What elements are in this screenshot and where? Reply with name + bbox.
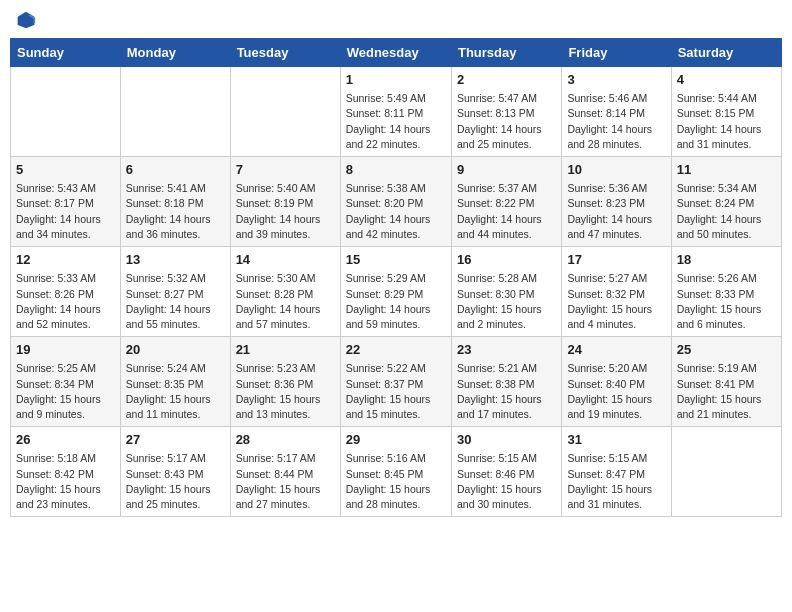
day-info: Sunrise: 5:32 AM Sunset: 8:27 PM Dayligh… [126,271,225,332]
day-info: Sunrise: 5:37 AM Sunset: 8:22 PM Dayligh… [457,181,556,242]
day-number: 19 [16,341,115,359]
day-number: 25 [677,341,776,359]
calendar-week-row: 19Sunrise: 5:25 AM Sunset: 8:34 PM Dayli… [11,337,782,427]
day-number: 17 [567,251,665,269]
day-info: Sunrise: 5:24 AM Sunset: 8:35 PM Dayligh… [126,361,225,422]
day-info: Sunrise: 5:41 AM Sunset: 8:18 PM Dayligh… [126,181,225,242]
calendar-cell: 31Sunrise: 5:15 AM Sunset: 8:47 PM Dayli… [562,427,671,517]
calendar-cell [11,67,121,157]
day-number: 9 [457,161,556,179]
calendar-cell [230,67,340,157]
calendar-cell: 13Sunrise: 5:32 AM Sunset: 8:27 PM Dayli… [120,247,230,337]
day-info: Sunrise: 5:38 AM Sunset: 8:20 PM Dayligh… [346,181,446,242]
day-info: Sunrise: 5:33 AM Sunset: 8:26 PM Dayligh… [16,271,115,332]
calendar-cell: 28Sunrise: 5:17 AM Sunset: 8:44 PM Dayli… [230,427,340,517]
calendar-cell: 19Sunrise: 5:25 AM Sunset: 8:34 PM Dayli… [11,337,121,427]
day-number: 26 [16,431,115,449]
day-info: Sunrise: 5:29 AM Sunset: 8:29 PM Dayligh… [346,271,446,332]
day-number: 30 [457,431,556,449]
day-number: 12 [16,251,115,269]
day-info: Sunrise: 5:17 AM Sunset: 8:43 PM Dayligh… [126,451,225,512]
day-info: Sunrise: 5:30 AM Sunset: 8:28 PM Dayligh… [236,271,335,332]
day-info: Sunrise: 5:36 AM Sunset: 8:23 PM Dayligh… [567,181,665,242]
weekday-header-monday: Monday [120,39,230,67]
page-header [10,10,782,30]
calendar-cell: 25Sunrise: 5:19 AM Sunset: 8:41 PM Dayli… [671,337,781,427]
weekday-header-thursday: Thursday [451,39,561,67]
day-number: 16 [457,251,556,269]
day-info: Sunrise: 5:22 AM Sunset: 8:37 PM Dayligh… [346,361,446,422]
calendar-cell: 30Sunrise: 5:15 AM Sunset: 8:46 PM Dayli… [451,427,561,517]
logo-icon [16,10,36,30]
calendar-cell: 14Sunrise: 5:30 AM Sunset: 8:28 PM Dayli… [230,247,340,337]
calendar-week-row: 1Sunrise: 5:49 AM Sunset: 8:11 PM Daylig… [11,67,782,157]
calendar-cell [120,67,230,157]
day-number: 31 [567,431,665,449]
calendar-cell: 24Sunrise: 5:20 AM Sunset: 8:40 PM Dayli… [562,337,671,427]
day-info: Sunrise: 5:28 AM Sunset: 8:30 PM Dayligh… [457,271,556,332]
calendar-table: SundayMondayTuesdayWednesdayThursdayFrid… [10,38,782,517]
day-number: 21 [236,341,335,359]
day-info: Sunrise: 5:17 AM Sunset: 8:44 PM Dayligh… [236,451,335,512]
day-info: Sunrise: 5:19 AM Sunset: 8:41 PM Dayligh… [677,361,776,422]
day-number: 13 [126,251,225,269]
weekday-header-friday: Friday [562,39,671,67]
calendar-cell: 7Sunrise: 5:40 AM Sunset: 8:19 PM Daylig… [230,157,340,247]
day-number: 4 [677,71,776,89]
calendar-cell: 12Sunrise: 5:33 AM Sunset: 8:26 PM Dayli… [11,247,121,337]
day-info: Sunrise: 5:15 AM Sunset: 8:47 PM Dayligh… [567,451,665,512]
day-info: Sunrise: 5:46 AM Sunset: 8:14 PM Dayligh… [567,91,665,152]
day-number: 29 [346,431,446,449]
calendar-cell: 10Sunrise: 5:36 AM Sunset: 8:23 PM Dayli… [562,157,671,247]
day-number: 15 [346,251,446,269]
day-number: 6 [126,161,225,179]
calendar-cell: 20Sunrise: 5:24 AM Sunset: 8:35 PM Dayli… [120,337,230,427]
calendar-cell: 16Sunrise: 5:28 AM Sunset: 8:30 PM Dayli… [451,247,561,337]
calendar-cell: 18Sunrise: 5:26 AM Sunset: 8:33 PM Dayli… [671,247,781,337]
weekday-header-sunday: Sunday [11,39,121,67]
day-info: Sunrise: 5:21 AM Sunset: 8:38 PM Dayligh… [457,361,556,422]
calendar-cell: 2Sunrise: 5:47 AM Sunset: 8:13 PM Daylig… [451,67,561,157]
day-info: Sunrise: 5:34 AM Sunset: 8:24 PM Dayligh… [677,181,776,242]
calendar-cell [671,427,781,517]
calendar-cell: 29Sunrise: 5:16 AM Sunset: 8:45 PM Dayli… [340,427,451,517]
day-number: 18 [677,251,776,269]
calendar-cell: 9Sunrise: 5:37 AM Sunset: 8:22 PM Daylig… [451,157,561,247]
day-number: 27 [126,431,225,449]
day-info: Sunrise: 5:40 AM Sunset: 8:19 PM Dayligh… [236,181,335,242]
day-info: Sunrise: 5:44 AM Sunset: 8:15 PM Dayligh… [677,91,776,152]
day-info: Sunrise: 5:47 AM Sunset: 8:13 PM Dayligh… [457,91,556,152]
day-number: 28 [236,431,335,449]
day-number: 20 [126,341,225,359]
day-number: 11 [677,161,776,179]
day-number: 3 [567,71,665,89]
calendar-cell: 4Sunrise: 5:44 AM Sunset: 8:15 PM Daylig… [671,67,781,157]
day-info: Sunrise: 5:27 AM Sunset: 8:32 PM Dayligh… [567,271,665,332]
day-info: Sunrise: 5:23 AM Sunset: 8:36 PM Dayligh… [236,361,335,422]
calendar-cell: 22Sunrise: 5:22 AM Sunset: 8:37 PM Dayli… [340,337,451,427]
calendar-cell: 26Sunrise: 5:18 AM Sunset: 8:42 PM Dayli… [11,427,121,517]
day-number: 5 [16,161,115,179]
calendar-cell: 5Sunrise: 5:43 AM Sunset: 8:17 PM Daylig… [11,157,121,247]
calendar-cell: 11Sunrise: 5:34 AM Sunset: 8:24 PM Dayli… [671,157,781,247]
day-number: 24 [567,341,665,359]
calendar-cell: 3Sunrise: 5:46 AM Sunset: 8:14 PM Daylig… [562,67,671,157]
day-number: 2 [457,71,556,89]
calendar-cell: 17Sunrise: 5:27 AM Sunset: 8:32 PM Dayli… [562,247,671,337]
calendar-cell: 21Sunrise: 5:23 AM Sunset: 8:36 PM Dayli… [230,337,340,427]
weekday-header-wednesday: Wednesday [340,39,451,67]
day-info: Sunrise: 5:15 AM Sunset: 8:46 PM Dayligh… [457,451,556,512]
calendar-header-row: SundayMondayTuesdayWednesdayThursdayFrid… [11,39,782,67]
calendar-week-row: 12Sunrise: 5:33 AM Sunset: 8:26 PM Dayli… [11,247,782,337]
day-info: Sunrise: 5:49 AM Sunset: 8:11 PM Dayligh… [346,91,446,152]
calendar-cell: 1Sunrise: 5:49 AM Sunset: 8:11 PM Daylig… [340,67,451,157]
day-number: 7 [236,161,335,179]
day-info: Sunrise: 5:43 AM Sunset: 8:17 PM Dayligh… [16,181,115,242]
calendar-cell: 6Sunrise: 5:41 AM Sunset: 8:18 PM Daylig… [120,157,230,247]
weekday-header-tuesday: Tuesday [230,39,340,67]
calendar-cell: 8Sunrise: 5:38 AM Sunset: 8:20 PM Daylig… [340,157,451,247]
calendar-cell: 15Sunrise: 5:29 AM Sunset: 8:29 PM Dayli… [340,247,451,337]
day-number: 10 [567,161,665,179]
calendar-cell: 23Sunrise: 5:21 AM Sunset: 8:38 PM Dayli… [451,337,561,427]
day-number: 1 [346,71,446,89]
